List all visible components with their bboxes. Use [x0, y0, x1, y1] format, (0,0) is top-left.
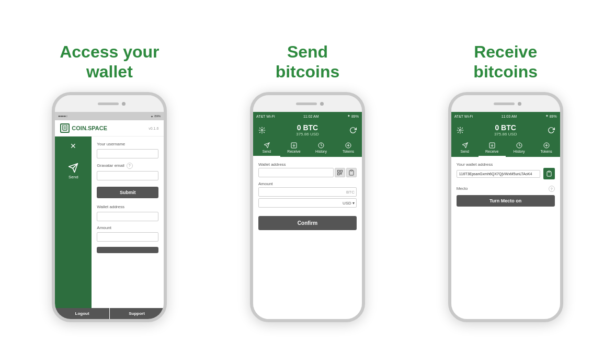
nav-send[interactable]: Send — [253, 140, 280, 157]
btc-amount-input[interactable] — [258, 187, 357, 197]
nav-send-receive[interactable]: Send — [451, 140, 479, 157]
sidebar-send-item[interactable]: Send — [68, 163, 78, 179]
svg-rect-11 — [338, 173, 340, 175]
svg-rect-12 — [340, 173, 341, 174]
username-input[interactable] — [97, 149, 158, 158]
gravatar-info-icon[interactable]: ? — [127, 163, 133, 169]
send-balance: 0 BTC — [297, 123, 318, 132]
nav-tokens-r[interactable]: Tokens — [533, 140, 560, 157]
wallet-address-display-row: 116T3EpsanGxmh6QX7QjVWxM5unLTAoK4 — [457, 168, 555, 179]
status-bar-receive: AT&T Wi-Fi 11:03 AM ✦ 89% — [451, 112, 560, 120]
settings-icon[interactable] — [258, 127, 266, 134]
nav-tokens[interactable]: Tokens — [335, 140, 362, 157]
receive-form: Your wallet address 116T3EpsanGxmh6QX7Qj… — [451, 157, 560, 319]
nav-history-icon — [318, 142, 324, 149]
login-sidebar: ✕ Send — [55, 136, 92, 308]
login-bottom-buttons: Logout Support — [55, 308, 164, 319]
send-wallet-label: Wallet address — [258, 162, 357, 167]
qr-scan-btn[interactable] — [335, 168, 345, 177]
logout-button[interactable]: Logout — [55, 308, 109, 319]
send-submit-btn[interactable] — [97, 247, 158, 253]
phone-camera — [122, 102, 126, 106]
nav-history-r[interactable]: History — [506, 140, 533, 157]
gravatar-input[interactable] — [97, 171, 158, 180]
send-amount-group: Amount BTC USD ▾ — [258, 181, 357, 208]
usd-amount-input[interactable] — [258, 198, 357, 208]
nav-receive-active[interactable]: Receive — [479, 140, 506, 157]
username-label: Your username — [97, 142, 158, 146]
receive-bitcoins-title: Receive bitcoins — [473, 42, 538, 82]
status-right-login: ✦ 89% — [151, 115, 161, 118]
wallet-address-group: Wallet address — [97, 204, 158, 221]
coin-version: v0.1.6 — [149, 127, 158, 130]
battery-send: 89% — [351, 115, 359, 118]
refresh-icon[interactable] — [349, 127, 357, 134]
gravatar-field-group: Gravatar email ? — [97, 163, 158, 181]
send-wallet-input[interactable] — [258, 168, 334, 177]
coin-icon-svg — [62, 125, 67, 131]
nav-history-icon-r — [516, 142, 522, 149]
access-wallet-section: Access your wallet ●●●●○ ✦ 89% — [21, 42, 198, 323]
nav-send-label: Send — [263, 150, 271, 153]
usd-selector[interactable]: USD ▾ — [343, 201, 355, 206]
receive-balance: 0 BTC — [495, 123, 516, 132]
nav-send-label-r: Send — [460, 150, 469, 153]
receive-header-center: 0 BTC 375.86 USD — [494, 123, 517, 136]
refresh-icon-receive[interactable] — [548, 127, 555, 134]
send-app-header: 0 BTC 375.86 USD — [253, 120, 362, 140]
status-right-receive: ✦ 89% — [545, 114, 557, 118]
phone-speaker-send — [296, 103, 317, 105]
status-right-send: ✦ 89% — [347, 114, 359, 118]
qr-icon — [337, 169, 343, 176]
paste-icon — [348, 169, 355, 176]
settings-icon-receive[interactable] — [457, 127, 464, 134]
receive-app-header: 0 BTC 375.86 USD — [451, 120, 560, 140]
send-icon — [68, 163, 78, 173]
send-nav: Send Receive — [253, 140, 362, 157]
wallet-address-input-login[interactable] — [97, 212, 158, 221]
nav-send-icon — [264, 142, 270, 149]
gravatar-label: Gravatar email ? — [97, 163, 158, 169]
send-wallet-address-group: Wallet address — [258, 162, 357, 177]
submit-button[interactable]: Submit — [97, 187, 158, 198]
login-app-header: COIN.SPACE v0.1.6 — [55, 120, 164, 136]
btc-currency-label: BTC — [346, 190, 355, 195]
svg-rect-10 — [340, 170, 343, 173]
bluetooth-icon-login: ✦ — [151, 115, 153, 118]
phone-camera-send — [320, 102, 324, 106]
amount-input-login[interactable] — [97, 232, 158, 242]
support-button[interactable]: Support — [110, 308, 164, 319]
svg-rect-9 — [338, 170, 340, 173]
access-wallet-title: Access your wallet — [60, 42, 159, 82]
nav-receive[interactable]: Receive — [280, 140, 308, 157]
bluetooth-receive: ✦ — [545, 114, 549, 118]
coin-logo-text: COIN.SPACE — [72, 125, 107, 131]
coin-logo-icon — [60, 123, 70, 133]
mecto-button[interactable]: Turn Mecto on — [457, 195, 555, 207]
phone-camera-receive — [518, 102, 521, 106]
phone-login: ●●●●○ ✦ 89% — [52, 92, 167, 322]
nav-history[interactable]: History — [308, 140, 335, 157]
copy-address-btn[interactable] — [543, 168, 555, 179]
login-form: Your username Gravatar email ? Submit — [92, 136, 164, 308]
wallet-address-display: 116T3EpsanGxmh6QX7QjVWxM5unLTAoK4 — [457, 170, 540, 178]
paste-btn[interactable] — [346, 168, 357, 177]
confirm-button[interactable]: Confirm — [258, 216, 357, 230]
nav-send-icon-receive — [462, 142, 468, 149]
sidebar-send-label: Send — [69, 175, 78, 179]
send-screen: AT&T Wi-Fi 11:02 AM ✦ 89% 0 BTC 37 — [253, 112, 362, 319]
page-container: Access your wallet ●●●●○ ✦ 89% — [0, 31, 615, 333]
send-bitcoins-title: Send bitcoins — [276, 42, 340, 82]
phone-top-login — [55, 95, 164, 112]
nav-tokens-label-r: Tokens — [541, 150, 552, 153]
usd-currency-label: USD ▾ — [343, 201, 355, 206]
status-bar-login: ●●●●○ ✦ 89% — [55, 112, 164, 120]
copy-icon — [546, 170, 552, 177]
phone-send: AT&T Wi-Fi 11:02 AM ✦ 89% 0 BTC 37 — [250, 92, 365, 322]
mecto-label-text: Mecto — [457, 186, 468, 191]
time-receive: 11:03 AM — [502, 115, 517, 118]
mecto-info-icon[interactable]: ? — [549, 186, 555, 192]
receive-usd: 375.86 USD — [494, 132, 517, 136]
sidebar-close-btn[interactable]: ✕ — [70, 142, 76, 150]
phone-top-send — [253, 95, 362, 112]
